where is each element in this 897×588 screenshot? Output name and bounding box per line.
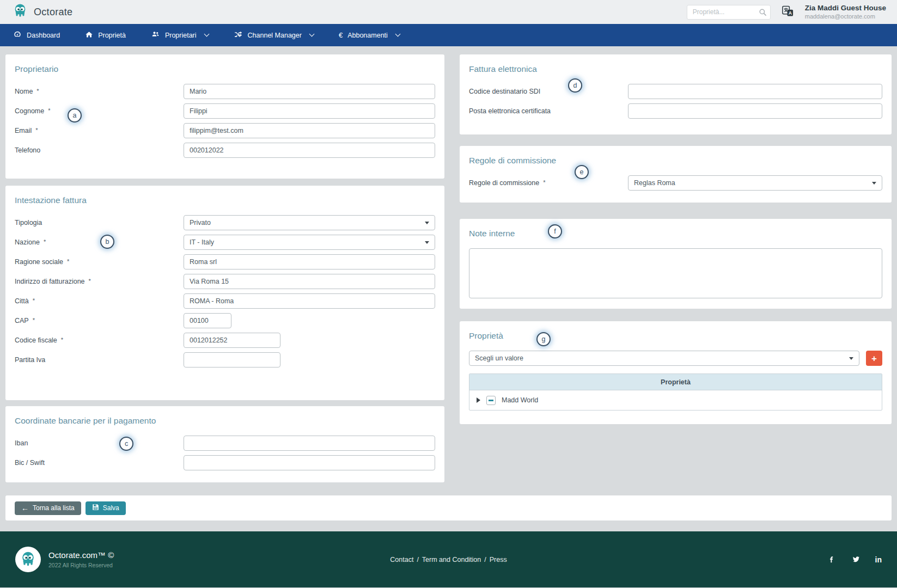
annotation-badge-b: b <box>100 235 114 249</box>
chevron-down-icon <box>204 32 209 37</box>
proprieta-select[interactable]: Scegli un valore <box>469 351 859 366</box>
note-interne-textarea[interactable] <box>469 248 882 298</box>
nazione-select[interactable]: IT - Italy <box>184 235 435 250</box>
field-label-nazione: Nazione* <box>15 238 184 246</box>
dashboard-gauge-icon <box>13 30 22 40</box>
bic-swift-input[interactable] <box>184 455 435 470</box>
user-name: Zia Maddi Guest House <box>805 4 886 13</box>
property-name: Madd World <box>502 396 538 404</box>
field-label-citta: Città* <box>15 297 184 305</box>
section-title: Regole di commissione <box>469 156 882 166</box>
telefono-input[interactable] <box>184 143 435 158</box>
footer-rights: 2022 All Rights Reserved <box>48 562 114 568</box>
footer-links: Contact / Term and Condition / Press <box>390 556 507 564</box>
property-row[interactable]: Madd World <box>469 390 882 410</box>
chevron-down-icon <box>425 241 429 244</box>
octorate-logo-icon <box>12 3 28 21</box>
chevron-down-icon <box>425 222 429 224</box>
search-input[interactable] <box>687 5 771 20</box>
section-coordinate-bancarie: c Coordinate bancarie per il pagamento I… <box>5 406 444 482</box>
nav-item-proprieta[interactable]: Proprietà <box>85 30 126 40</box>
linkedin-icon[interactable]: in <box>875 555 882 564</box>
footer-octorate-logo-icon <box>15 547 41 572</box>
properties-table-header: Proprietà <box>469 374 882 390</box>
euro-icon: € <box>339 31 343 39</box>
main-content: a Proprietario Nome* Cognome* Email* Tel… <box>0 46 897 482</box>
svg-text:A: A <box>788 10 791 15</box>
chevron-down-icon <box>872 182 876 185</box>
expand-caret-icon[interactable] <box>477 397 480 403</box>
field-label-regole-commissione: Regole di commissione* <box>469 179 628 187</box>
actions-bar: ← Torna alla lista Salva <box>5 495 892 520</box>
nav-label-channel-manager: Channel Manager <box>248 32 302 39</box>
annotation-badge-c: c <box>119 437 133 451</box>
cap-input[interactable] <box>184 313 231 328</box>
page-footer: Octorate.com™ © 2022 All Rights Reserved… <box>0 531 897 587</box>
back-to-list-button[interactable]: ← Torna alla lista <box>15 501 81 515</box>
field-label-codice-sdi: Codice destinatario SDI <box>469 88 628 95</box>
annotation-badge-e: e <box>575 165 589 179</box>
section-intestazione-fattura: b Intestazione fattura Tipologia Privato… <box>5 186 444 400</box>
brand[interactable]: Octorate <box>12 3 72 21</box>
nav-item-dashboard[interactable]: Dashboard <box>13 30 60 40</box>
brand-name: Octorate <box>34 7 72 18</box>
indirizzo-fatturazione-input[interactable] <box>184 274 435 289</box>
user-account[interactable]: Zia Maddi Guest House maddalena@octorate… <box>805 4 886 21</box>
terms-link[interactable]: Term and Condition <box>422 556 481 564</box>
contact-link[interactable]: Contact <box>390 556 413 564</box>
twitter-icon[interactable] <box>851 555 861 564</box>
chevron-down-icon <box>849 357 853 360</box>
field-label-indirizzo: Indirizzo di fatturazione* <box>15 278 184 285</box>
user-email: maddalena@octorate.com <box>805 13 886 21</box>
save-button[interactable]: Salva <box>86 501 126 515</box>
codice-destinatario-sdi-input[interactable] <box>628 84 882 99</box>
separator: / <box>484 556 486 564</box>
annotation-badge-a: a <box>68 108 82 122</box>
cognome-input[interactable] <box>184 103 435 119</box>
section-title: Proprietario <box>15 64 435 74</box>
save-floppy-icon <box>92 504 99 512</box>
nav-label-dashboard: Dashboard <box>27 32 60 39</box>
nav-label-proprietari: Proprietari <box>165 32 197 39</box>
posta-certificata-input[interactable] <box>628 103 882 119</box>
section-title: Fattura elettronica <box>469 64 882 74</box>
field-label-telefono: Telefono <box>15 146 184 154</box>
home-icon <box>85 30 93 40</box>
search-icon[interactable] <box>759 8 767 19</box>
users-icon <box>151 30 160 40</box>
codice-fiscale-input[interactable] <box>184 333 280 348</box>
citta-input[interactable] <box>184 293 435 309</box>
annotation-badge-d: d <box>568 78 582 93</box>
nav-label-abbonamenti: Abbonamenti <box>347 32 388 39</box>
field-label-cognome: Cognome* <box>15 107 184 115</box>
shuffle-icon <box>234 30 243 40</box>
property-search <box>687 5 771 20</box>
email-input[interactable] <box>184 123 435 138</box>
facebook-icon[interactable] <box>828 555 837 564</box>
field-label-cap: CAP* <box>15 317 184 324</box>
nome-input[interactable] <box>184 84 435 99</box>
footer-brand: Octorate.com™ © <box>48 550 114 560</box>
properties-table: Proprietà Madd World <box>469 373 882 411</box>
chevron-down-icon <box>395 32 400 37</box>
add-property-button[interactable]: + <box>866 351 882 366</box>
indeterminate-checkbox[interactable] <box>486 396 496 405</box>
nav-item-proprietari[interactable]: Proprietari <box>151 30 209 40</box>
nav-item-channel-manager[interactable]: Channel Manager <box>234 30 314 40</box>
press-link[interactable]: Press <box>490 556 507 564</box>
field-label-bic-swift: Bic / Swift <box>15 459 184 467</box>
section-title: Coordinate bancarie per il pagamento <box>15 416 435 426</box>
field-label-ragione-sociale: Ragione sociale* <box>15 258 184 266</box>
regole-commissione-select[interactable]: Reglas Roma <box>628 175 882 191</box>
field-label-iban: Iban <box>15 439 184 447</box>
section-proprieta: g Proprietà Scegli un valore + Proprietà… <box>460 321 892 424</box>
language-translate-icon[interactable]: A <box>782 5 794 20</box>
tipologia-select[interactable]: Privato <box>184 215 435 230</box>
partita-iva-input[interactable] <box>184 352 280 367</box>
ragione-sociale-input[interactable] <box>184 254 435 270</box>
iban-input[interactable] <box>184 436 435 451</box>
nav-item-abbonamenti[interactable]: € Abbonamenti <box>339 31 400 39</box>
field-label-pec: Posta elettronica certificata <box>469 107 628 115</box>
nav-label-proprieta: Proprietà <box>98 32 126 39</box>
section-note-interne: f Note interne <box>460 219 892 309</box>
